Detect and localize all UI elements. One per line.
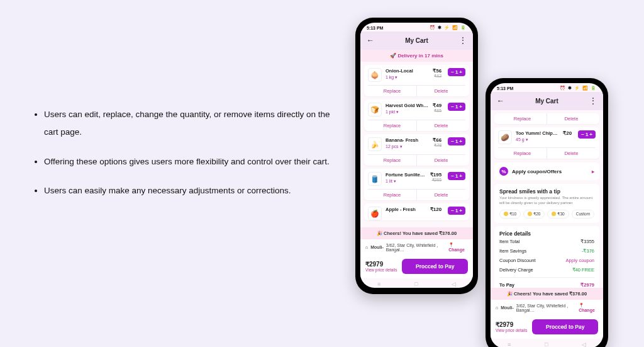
page-title: My Cart	[405, 37, 428, 44]
item-old-price: ₹65	[433, 108, 441, 113]
page-title: My Cart	[535, 98, 558, 105]
status-bar: 5:13 PM ⏰ ✱ ⚡ 📶 🔋	[491, 83, 603, 92]
apply-coupon-link[interactable]: Apply coupon	[566, 258, 594, 263]
address-text: 3/62, Star City, Whitefield , Bangal…	[516, 304, 576, 312]
tip-title: Spread smiles with a tip	[499, 188, 594, 195]
bullet: Users can easily make any necessary adju…	[44, 182, 340, 200]
proceed-button[interactable]: Procced to Pay	[402, 259, 468, 274]
tip-option[interactable]: ₹10	[499, 210, 521, 219]
variant-selector[interactable]: 1 kg	[386, 75, 429, 80]
quantity-stepper[interactable]: −1+	[448, 68, 465, 76]
more-icon[interactable]: ⋮	[589, 96, 597, 105]
item-old-price: ₹62	[433, 74, 441, 79]
quantity-stepper[interactable]: −1+	[448, 172, 465, 180]
quantity-stepper[interactable]: −1+	[448, 207, 465, 215]
tip-section: Spread smiles with a tip Your kindness i…	[494, 184, 599, 223]
product-thumb: 🛢️	[368, 172, 382, 186]
replace-button[interactable]: Replace	[368, 155, 417, 166]
pay-total: ₹2979	[496, 321, 527, 328]
replace-button[interactable]: Replace	[368, 120, 417, 131]
titlebar: ← My Cart ⋮	[360, 31, 473, 50]
item-price: ₹49	[433, 103, 441, 108]
chevron-right-icon: ▸	[592, 169, 594, 174]
address-row[interactable]: ⌂ Mouli- 3/62, Star City, Whitefield , B…	[491, 300, 603, 316]
product-thumb: 🥔	[498, 130, 512, 144]
status-icons: ⏰ ✱ ⚡ 📶 🔋	[430, 25, 467, 30]
variant-selector[interactable]: 1 pkt	[386, 110, 429, 115]
item-old-price: ₹78	[433, 143, 441, 148]
system-nav: ≡□◁	[491, 339, 603, 347]
cart-item: 🥔 Too Yumm! Chips… 45 g ₹20 −1+ Replace …	[494, 127, 599, 159]
replace-button[interactable]: Replace	[368, 86, 417, 96]
delete-button[interactable]: Delete	[417, 155, 465, 166]
variant-selector[interactable]: 1 lit	[386, 179, 426, 184]
pay-total: ₹2979	[365, 261, 397, 268]
item-price: ₹56	[433, 68, 441, 74]
variant-selector[interactable]: 45 g	[516, 137, 559, 142]
item-old-price: ₹265	[430, 178, 441, 183]
replace-button[interactable]: Replace	[368, 190, 417, 200]
tip-option-custom[interactable]: Custom	[572, 210, 594, 219]
savings-banner: 🎉 Cheers! You have saved ₹376.00	[360, 227, 473, 239]
product-name: Harvest Gold Wheat…	[386, 103, 429, 108]
quantity-stepper[interactable]: −1+	[448, 103, 465, 111]
coupon-row[interactable]: % Apply coupon/Offers ▸	[494, 162, 599, 180]
product-name: Fortune Sunlite…	[386, 172, 426, 178]
bullet: Users can edit, replace, change the quan…	[44, 106, 340, 142]
back-icon[interactable]: ←	[497, 96, 504, 105]
product-thumb: 🍎	[368, 207, 382, 220]
tip-subtitle: Your kindness is greatly appreciated. Th…	[499, 196, 594, 206]
item-price: ₹195	[430, 172, 441, 178]
replace-button[interactable]: Replace	[498, 113, 547, 124]
delete-button[interactable]: Delete	[547, 148, 596, 159]
item-price: ₹120	[430, 207, 441, 212]
bullet: Offering these options gives users more …	[44, 153, 340, 171]
phone-mockup-a: 5:13 PM ⏰ ✱ ⚡ 📶 🔋 ← My Cart ⋮ 🚀 Delivery…	[355, 18, 478, 294]
cart-item: 🧅Onion-Local1 kg₹56₹62−1+ReplaceDelete	[364, 65, 469, 96]
tip-option[interactable]: ₹20	[523, 210, 545, 219]
replace-button[interactable]: Replace	[498, 148, 547, 159]
description-bullets: Users can edit, replace, change the quan…	[31, 106, 340, 211]
address-row[interactable]: ⌂ Mouli- 3/62, Star City, Whitefield , B…	[360, 239, 473, 255]
delete-button[interactable]: Delete	[547, 113, 596, 124]
product-thumb: 🍌	[368, 137, 382, 151]
back-icon[interactable]: ←	[367, 36, 374, 45]
delete-button[interactable]: Delete	[417, 86, 465, 96]
cart-item: 🛢️Fortune Sunlite…1 lit₹195₹265−1+Replac…	[364, 169, 469, 200]
product-name: Apple - Fresh	[386, 207, 426, 212]
price-details-link[interactable]: View price details	[365, 268, 397, 272]
discount-icon: %	[499, 167, 508, 176]
phone-mockup-b: 5:13 PM ⏰ ✱ ⚡ 📶 🔋 ← My Cart ⋮ Replace De…	[486, 78, 608, 347]
cart-item: 🍞Harvest Gold Wheat…1 pkt₹49₹65−1+Replac…	[364, 100, 469, 131]
quantity-stepper[interactable]: −1+	[448, 137, 465, 145]
quantity-stepper[interactable]: −1+	[578, 130, 596, 139]
proceed-button[interactable]: Procced to Pay	[532, 319, 598, 334]
delete-button[interactable]: Delete	[417, 190, 465, 200]
product-thumb: 🍞	[368, 103, 382, 117]
delete-button[interactable]: Delete	[417, 120, 465, 131]
checkout-bar: ₹2979 View price details Procced to Pay	[360, 255, 473, 278]
item-price: ₹66	[433, 137, 441, 143]
address-text: 3/62, Star City, Whitefield , Bangal…	[386, 243, 446, 252]
status-time: 5:13 PM	[367, 26, 383, 30]
system-nav: ≡□◁	[360, 278, 473, 288]
price-details: Price details Item Total₹3355 Item Savin…	[494, 226, 599, 288]
status-bar: 5:13 PM ⏰ ✱ ⚡ 📶 🔋	[360, 23, 473, 31]
product-name: Too Yumm! Chips…	[516, 130, 559, 136]
more-icon[interactable]: ⋮	[459, 36, 467, 45]
home-icon: ⌂	[365, 245, 368, 249]
change-button[interactable]: 📍 Change	[448, 242, 468, 252]
status-icons: ⏰ ✱ ⚡ 📶 🔋	[560, 86, 597, 91]
product-name: Banana- Fresh	[386, 137, 429, 143]
tip-option[interactable]: ₹30	[547, 210, 569, 219]
status-time: 5:13 PM	[497, 86, 513, 91]
price-details-link[interactable]: View price details	[496, 328, 527, 333]
variant-selector[interactable]: 12 pcs	[386, 144, 429, 149]
titlebar: ← My Cart ⋮	[491, 92, 603, 110]
change-button[interactable]: 📍 Change	[579, 303, 598, 312]
checkout-bar: ₹2979 View price details Procced to Pay	[491, 316, 603, 339]
product-thumb: 🧅	[368, 68, 382, 82]
savings-banner: 🎉 Cheers! You have saved ₹376.00	[491, 288, 603, 300]
delivery-banner: 🚀 Delivery in 17 mins	[360, 50, 473, 62]
item-price: ₹20	[563, 130, 572, 136]
